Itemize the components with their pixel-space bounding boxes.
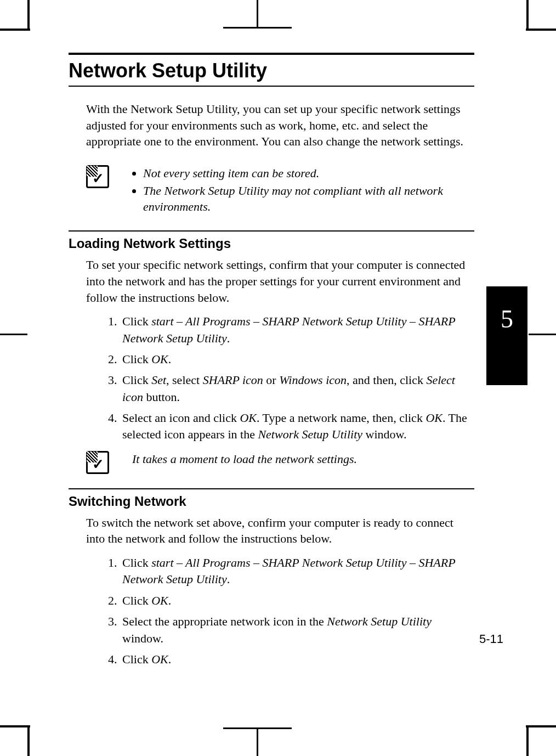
- note-list: Not every setting item can be stored. Th…: [132, 165, 470, 216]
- step: Click OK.: [120, 593, 470, 609]
- step: Click start – All Programs – SHARP Netwo…: [120, 313, 470, 347]
- chapter-tab: 5: [486, 286, 527, 385]
- step: Click OK.: [120, 351, 470, 368]
- crop-mark: [27, 0, 30, 30]
- crop-mark: [257, 729, 258, 756]
- crop-mark: [27, 726, 30, 756]
- steps-switching: Click start – All Programs – SHARP Netwo…: [86, 555, 470, 668]
- step: Click Set, select SHARP icon or Windows …: [120, 372, 470, 405]
- crop-mark: [526, 29, 556, 31]
- step: Click start – All Programs – SHARP Netwo…: [120, 555, 470, 588]
- step: Click OK.: [120, 651, 470, 668]
- intro-paragraph: With the Network Setup Utility, you can …: [86, 101, 470, 150]
- note-checkmark-icon: [86, 165, 109, 188]
- body-text: With the Network Setup Utility, you can …: [86, 101, 470, 216]
- crop-mark: [257, 0, 258, 27]
- page-title: Network Setup Utility: [69, 57, 474, 87]
- section-heading-loading: Loading Network Settings: [69, 230, 474, 251]
- section-intro: To switch the network set above, confirm…: [86, 515, 470, 547]
- step: Select an icon and click OK. Type a netw…: [120, 410, 470, 443]
- page-number: 5-11: [479, 632, 503, 646]
- section-body: To switch the network set above, confirm…: [86, 515, 470, 668]
- crop-mark: [526, 726, 529, 756]
- note-item: Not every setting item can be stored.: [143, 165, 470, 182]
- note-item: The Network Setup Utility may not compli…: [143, 183, 470, 215]
- crop-mark: [0, 29, 30, 31]
- step: Select the appropriate network icon in t…: [120, 613, 470, 647]
- note-checkmark-icon: [86, 451, 109, 474]
- note-text: It takes a moment to load the network se…: [132, 451, 357, 467]
- note-block: It takes a moment to load the network se…: [86, 451, 470, 474]
- crop-mark: [526, 725, 556, 727]
- crop-mark: [0, 334, 27, 335]
- crop-mark: [526, 0, 529, 30]
- section-body: To set your specific network settings, c…: [86, 257, 470, 474]
- steps-loading: Click start – All Programs – SHARP Netwo…: [86, 313, 470, 443]
- crop-mark: [223, 27, 292, 29]
- crop-mark: [529, 334, 556, 335]
- crop-mark: [223, 727, 292, 729]
- section-intro: To set your specific network settings, c…: [86, 257, 470, 306]
- note-block: Not every setting item can be stored. Th…: [86, 165, 470, 216]
- crop-mark: [0, 725, 30, 727]
- section-heading-switching: Switching Network: [69, 488, 474, 509]
- title-rule-top: [69, 53, 474, 55]
- page-content: Network Setup Utility With the Network S…: [69, 53, 474, 672]
